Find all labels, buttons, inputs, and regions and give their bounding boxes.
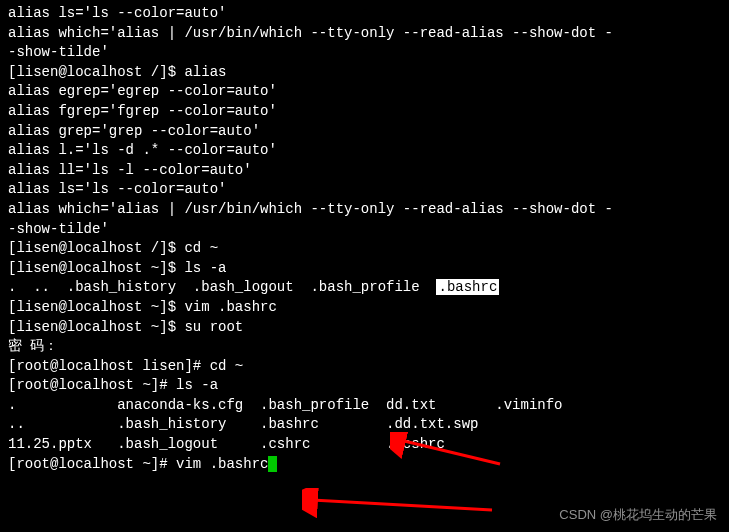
terminal-line: [lisen@localhost ~]$ vim .bashrc	[8, 298, 721, 318]
terminal-line: -show-tilde'	[8, 43, 721, 63]
terminal-line: alias l.='ls -d .* --color=auto'	[8, 141, 721, 161]
terminal-line: 密 码：	[8, 337, 721, 357]
terminal-line: [root@localhost ~]# ls -a	[8, 376, 721, 396]
terminal-line: alias grep='grep --color=auto'	[8, 122, 721, 142]
terminal-line: alias ls='ls --color=auto'	[8, 180, 721, 200]
svg-line-3	[312, 500, 492, 510]
terminal-line: . .. .bash_history .bash_logout .bash_pr…	[8, 278, 721, 298]
terminal-line: [lisen@localhost ~]$ su root	[8, 318, 721, 338]
terminal-line: [lisen@localhost /]$ cd ~	[8, 239, 721, 259]
terminal-line: alias egrep='egrep --color=auto'	[8, 82, 721, 102]
annotation-arrow-2	[302, 488, 502, 518]
terminal-line: [root@localhost lisen]# cd ~	[8, 357, 721, 377]
highlighted-file: .bashrc	[436, 279, 499, 295]
watermark: CSDN @桃花坞生动的芒果	[559, 506, 717, 524]
terminal-line: 11.25.pptx .bash_logout .cshrc .tcshrc	[8, 435, 721, 455]
terminal-line: alias ls='ls --color=auto'	[8, 4, 721, 24]
terminal-cursor	[268, 456, 277, 472]
terminal-line: alias fgrep='fgrep --color=auto'	[8, 102, 721, 122]
terminal-line: alias ll='ls -l --color=auto'	[8, 161, 721, 181]
terminal-line: alias which='alias | /usr/bin/which --tt…	[8, 200, 721, 220]
terminal-line: -show-tilde'	[8, 220, 721, 240]
terminal-line: alias which='alias | /usr/bin/which --tt…	[8, 24, 721, 44]
terminal-line: [root@localhost ~]# vim .bashrc	[8, 455, 721, 475]
terminal-line: [lisen@localhost ~]$ ls -a	[8, 259, 721, 279]
terminal-line: [lisen@localhost /]$ alias	[8, 63, 721, 83]
terminal-output: alias ls='ls --color=auto'alias which='a…	[8, 4, 721, 474]
terminal-line: . anaconda-ks.cfg .bash_profile dd.txt .…	[8, 396, 721, 416]
terminal-line: .. .bash_history .bashrc .dd.txt.swp	[8, 415, 721, 435]
